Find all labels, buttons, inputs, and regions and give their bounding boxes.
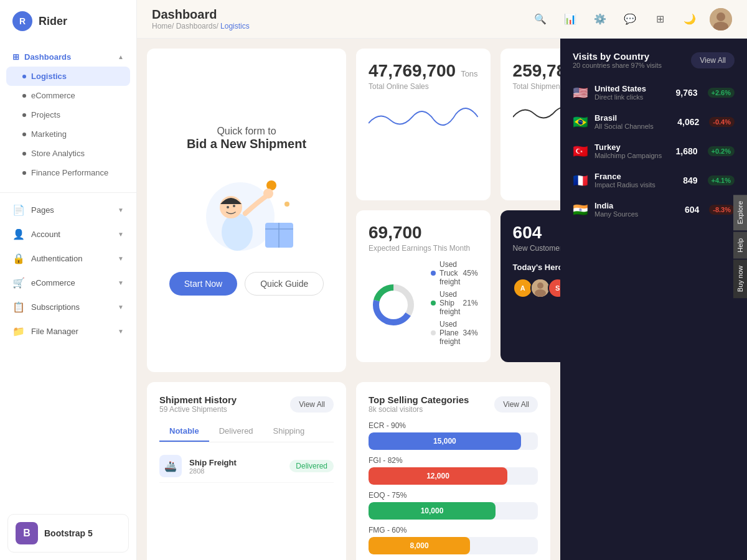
bar-row: FGI - 82% 12,000 <box>369 456 538 485</box>
sidebar-item-finance-performance[interactable]: Finance Performance <box>0 163 136 182</box>
country-sub: All Social Channels <box>594 123 671 130</box>
chevron-right-icon: ▼ <box>118 231 124 238</box>
shipment-history-view-all[interactable]: View All <box>290 396 334 413</box>
tab-shipping[interactable]: Shipping <box>263 421 315 442</box>
sidebar-item-projects[interactable]: Projects <box>0 105 136 124</box>
shipment-icon: 🚢 <box>159 455 182 477</box>
content-area: Quick form to Bid a New Shipment <box>137 39 747 560</box>
breadcrumb-home[interactable]: Home/ <box>152 22 174 30</box>
logo[interactable]: R Rider <box>0 0 136 42</box>
header-right: 🔍 📊 ⚙️ 💬 ⊞ 🌙 <box>530 8 732 30</box>
chat-icon[interactable]: 💬 <box>620 9 640 29</box>
sidebar-item-marketing[interactable]: Marketing <box>0 124 136 144</box>
bar-row: FMG - 60% 8,000 <box>369 526 538 554</box>
donut-chart <box>369 280 418 330</box>
help-button[interactable]: Help <box>733 232 747 259</box>
top-selling-view-all[interactable]: View All <box>494 396 538 413</box>
country-row: 🇹🇷 Turkey Mailchimp Campaigns 1,680 +0.2… <box>560 136 747 166</box>
hero-buttons: Start Now Quick Guide <box>169 272 324 296</box>
country-change: +2.6% <box>708 88 735 98</box>
dot-icon <box>22 94 26 98</box>
visits-title: Visits by Country <box>573 51 662 62</box>
sales-chart <box>369 98 478 136</box>
country-flag: 🇫🇷 <box>573 173 588 188</box>
sidebar-item-ecommerce-top[interactable]: 🛒 eCommerce ▼ <box>0 271 136 295</box>
sidebar-item-file-manager[interactable]: 📁 File Manager ▼ <box>0 319 136 343</box>
bar-row: ECR - 90% 15,000 <box>369 421 538 450</box>
bar-chart-icon[interactable]: 📊 <box>560 9 580 29</box>
sidebar-item-ecommerce[interactable]: eCommerce <box>0 86 136 105</box>
bootstrap-label: Bootstrap 5 <box>44 528 93 538</box>
bar-fill: 15,000 <box>369 432 521 450</box>
sidebar-item-account[interactable]: 👤 Account ▼ <box>0 222 136 246</box>
total-shipments-label: Total Shipments <box>513 82 560 91</box>
svg-point-11 <box>233 205 235 207</box>
theme-icon[interactable]: 🌙 <box>680 9 700 29</box>
pages-icon: 📄 <box>12 204 25 216</box>
top-row: Quick form to Bid a New Shipment <box>147 49 550 372</box>
bar-chart: ECR - 90% 15,000 FGI - 82% 12,000 EOQ - … <box>369 421 538 560</box>
account-icon: 👤 <box>12 228 25 240</box>
bar-fill: 12,000 <box>369 467 507 485</box>
grid-view-icon[interactable]: ⊞ <box>650 9 670 29</box>
country-sub: Impact Radius visits <box>594 181 677 189</box>
chevron-right-icon: ▼ <box>118 255 124 262</box>
country-sub: Direct link clicks <box>594 93 669 101</box>
breadcrumb-dashboards[interactable]: Dashboards/ <box>176 22 218 30</box>
legend-truck: Used Truck freight 45% <box>431 260 478 286</box>
shipment-history-card: Shipment History 59 Active Shipments Vie… <box>147 382 346 560</box>
total-shipments-value: 259,786 <box>513 61 560 80</box>
dot-icon <box>22 171 26 175</box>
total-sales-value: 47,769,700 <box>369 61 456 81</box>
user-avatar[interactable] <box>710 8 732 30</box>
sidebar-item-store-analytics[interactable]: Store Analytics <box>0 144 136 163</box>
quick-guide-button[interactable]: Quick Guide <box>245 272 324 296</box>
dashboards-group[interactable]: ⊞ Dashboards ▲ <box>0 47 136 67</box>
explore-button[interactable]: Explore <box>733 195 747 230</box>
top-selling-header: Top Selling Categories 8k social visitor… <box>369 394 538 414</box>
tab-notable[interactable]: Notable <box>159 421 209 442</box>
country-info: France Impact Radius visits <box>594 172 677 189</box>
visits-header: Visits by Country 20 countries share 97%… <box>573 51 735 69</box>
start-now-button[interactable]: Start Now <box>169 272 237 296</box>
new-customers-value: 604 <box>513 223 542 242</box>
shipment-status: Delivered <box>289 460 334 472</box>
bar-label: FMG - 60% <box>369 526 538 534</box>
sidebar-item-authentication[interactable]: 🔒 Authentication ▼ <box>0 246 136 271</box>
country-value: 604 <box>685 205 699 215</box>
heroes-label: Today's Heroes <box>513 263 560 272</box>
sidebar-item-logistics[interactable]: Logistics <box>6 67 130 86</box>
right-panel-top: Visits by Country 20 countries share 97%… <box>560 39 747 78</box>
country-sub: Many Sources <box>594 210 679 218</box>
dashboards-label: ⊞ Dashboards <box>12 52 71 62</box>
country-value: 1,680 <box>675 146 697 156</box>
visits-view-all[interactable]: View All <box>691 52 735 68</box>
stats-grid: 47,769,700 Tons Total Online Sales 259,7… <box>356 49 560 362</box>
stat-new-customers: 604 New Customers This Month Today's Her… <box>500 210 560 362</box>
dashboards-section: ⊞ Dashboards ▲ Logistics eCommerce Proje… <box>0 42 136 187</box>
side-float-buttons: Explore Help Buy now <box>733 195 747 298</box>
shipment-info: Ship Freight 2808 <box>189 458 282 475</box>
sidebar-item-subscriptions[interactable]: 📋 Subscriptions ▼ <box>0 295 136 319</box>
page-title: Dashboard <box>152 7 250 22</box>
hero-illustration <box>190 170 303 257</box>
svg-point-5 <box>284 202 289 207</box>
bar-fill: 8,000 <box>369 537 470 554</box>
buy-now-button[interactable]: Buy now <box>733 259 747 298</box>
country-flag: 🇹🇷 <box>573 144 588 159</box>
earnings-value: 69,700 <box>369 223 422 242</box>
legend-ship: Used Ship freight 21% <box>431 290 478 316</box>
sidebar-item-pages[interactable]: 📄 Pages ▼ <box>0 198 136 222</box>
country-row: 🇺🇸 United States Direct link clicks 9,76… <box>560 78 747 107</box>
breadcrumb-current: Logistics <box>220 22 250 30</box>
country-row: 🇫🇷 France Impact Radius visits 849 +4.1% <box>560 166 747 195</box>
settings-icon[interactable]: ⚙️ <box>590 9 610 29</box>
svg-point-15 <box>381 292 406 317</box>
grid-icon: ⊞ <box>12 52 19 62</box>
country-flag: 🇺🇸 <box>573 85 588 100</box>
search-icon[interactable]: 🔍 <box>530 9 550 29</box>
shipment-id: 2808 <box>189 467 282 475</box>
tab-delivered[interactable]: Delivered <box>209 421 263 442</box>
svg-point-18 <box>535 289 546 297</box>
shipment-history-header: Shipment History 59 Active Shipments Vie… <box>159 394 334 414</box>
